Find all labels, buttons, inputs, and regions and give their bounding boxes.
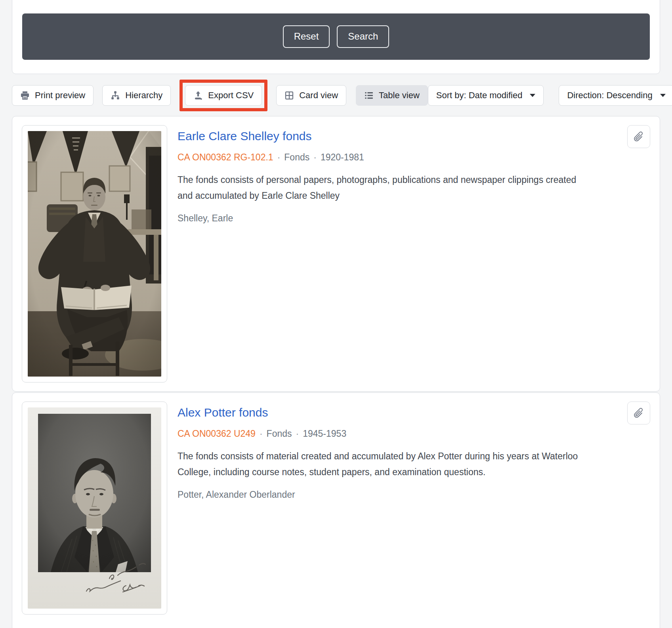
hierarchy-label: Hierarchy — [125, 90, 162, 101]
search-actions-bar: Reset Search — [22, 13, 650, 60]
search-button[interactable]: Search — [337, 25, 389, 48]
advanced-search-panel: Reset Search — [12, 0, 660, 74]
attachment-paperclip-button[interactable] — [627, 402, 650, 424]
print-preview-button[interactable]: Print preview — [12, 85, 94, 106]
card-view-label: Card view — [299, 90, 338, 101]
direction-dropdown[interactable]: Direction: Descending — [559, 85, 672, 106]
meta-separator: · — [296, 428, 299, 439]
direction-label: Direction: Descending — [567, 90, 652, 101]
result-thumbnail[interactable] — [22, 402, 167, 615]
sort-by-dropdown[interactable]: Sort by: Date modified — [428, 85, 544, 106]
reset-button[interactable]: Reset — [283, 25, 330, 48]
meta-separator: · — [313, 152, 317, 162]
result-thumbnail[interactable] — [22, 125, 167, 383]
export-csv-label: Export CSV — [208, 90, 254, 101]
table-view-button[interactable]: Table view — [356, 85, 428, 106]
result-body: Earle Clare Shelley fonds CA ON00362 RG-… — [178, 125, 582, 224]
result-meta: CA ON00362 RG-102.1·Fonds·1920-1981 — [178, 152, 582, 163]
caret-down-icon — [660, 94, 666, 97]
print-preview-label: Print preview — [35, 90, 85, 101]
meta-separator: · — [260, 428, 263, 439]
sort-by-label: Sort by: Date modified — [436, 90, 523, 101]
creator-name: Potter, Alexander Oberlander — [178, 489, 582, 500]
paperclip-icon — [633, 407, 645, 419]
card-view-button[interactable]: Card view — [276, 85, 346, 106]
printer-icon — [20, 91, 30, 100]
export-csv-highlight-box: Export CSV — [179, 80, 267, 111]
paperclip-icon — [633, 131, 645, 143]
hierarchy-icon — [111, 91, 120, 100]
reference-code: CA ON00362 RG-102.1 — [178, 152, 273, 162]
level-of-description: Fonds — [284, 152, 309, 162]
meta-separator: · — [277, 152, 281, 162]
result-title-link[interactable]: Alex Potter fonds — [178, 405, 268, 420]
archival-photo-seated-man — [28, 131, 161, 377]
page: Reset Search Print preview Hierarchy — [0, 0, 672, 628]
view-toggle-group: Card view Table view — [276, 85, 428, 106]
archival-photo-portrait-man — [28, 407, 161, 609]
result-body: Alex Potter fonds CA ON00362 U249·Fonds·… — [178, 402, 582, 500]
search-result-card: Earle Clare Shelley fonds CA ON00362 RG-… — [12, 116, 660, 392]
result-meta: CA ON00362 U249·Fonds·1945-1953 — [178, 428, 582, 439]
attachment-paperclip-button[interactable] — [627, 125, 650, 148]
sort-controls: Sort by: Date modified Direction: Descen… — [428, 85, 672, 106]
date-range: 1945-1953 — [303, 428, 346, 439]
list-icon — [364, 91, 374, 100]
reference-code: CA ON00362 U249 — [178, 428, 256, 439]
scope-and-content: The fonds consists of material created a… — [178, 449, 582, 480]
level-of-description: Fonds — [267, 428, 292, 439]
creator-name: Shelley, Earle — [178, 213, 582, 224]
date-range: 1920-1981 — [321, 152, 364, 162]
grid-icon — [284, 91, 294, 100]
export-csv-button[interactable]: Export CSV — [185, 85, 262, 106]
upload-export-icon — [193, 91, 203, 100]
results-toolbar: Print preview Hierarchy Export CSV — [12, 80, 660, 111]
hierarchy-button[interactable]: Hierarchy — [102, 85, 171, 106]
caret-down-icon — [530, 94, 535, 97]
search-result-card: Alex Potter fonds CA ON00362 U249·Fonds·… — [12, 392, 660, 628]
table-view-label: Table view — [379, 90, 420, 101]
scope-and-content: The fonds consists of personal papers, p… — [178, 172, 582, 204]
result-title-link[interactable]: Earle Clare Shelley fonds — [178, 129, 312, 143]
